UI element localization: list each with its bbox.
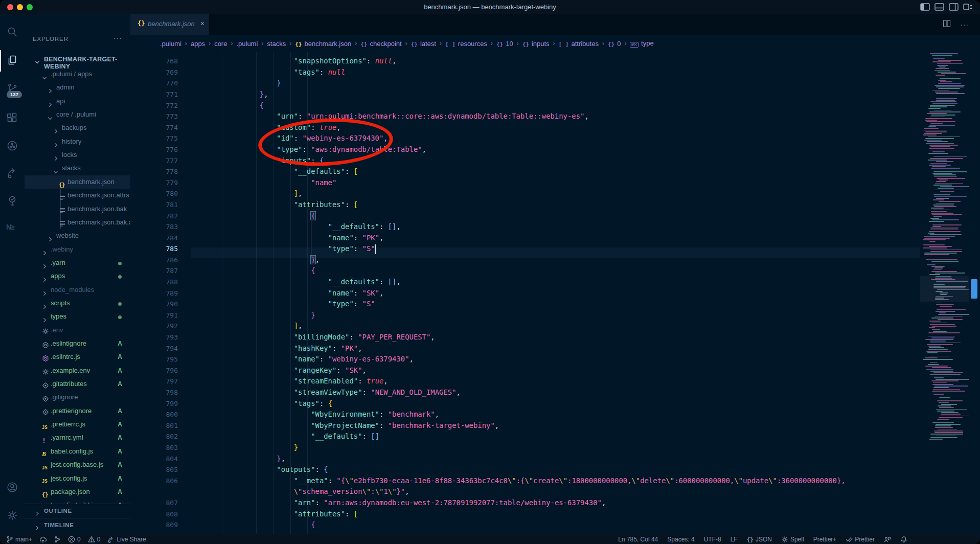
tab-benchmark-json[interactable]: {} benchmark.json × xyxy=(130,14,209,35)
breadcrumb-item-0[interactable]: {}0 xyxy=(608,40,621,48)
file-item-.eslintignore[interactable]: .eslintignoreA xyxy=(25,337,130,350)
folder-item-scripts[interactable]: scripts xyxy=(25,297,130,310)
file-item-jest.config.base.js[interactable]: JSjest.config.base.jsA xyxy=(25,458,130,471)
status-item-live-share[interactable]: Live Share xyxy=(107,536,146,543)
toggle-secondary-sidebar-icon[interactable] xyxy=(949,3,959,11)
breadcrumb-item-benchmark.json[interactable]: {}benchmark.json xyxy=(295,40,351,48)
code-editor[interactable]: 768 "snapshotOptions": null,769 "tags": … xyxy=(130,52,920,534)
file-item-benchmark.json.bak[interactable]: benchmark.json.bak xyxy=(25,202,130,216)
close-tab-icon[interactable]: × xyxy=(200,19,204,28)
file-item-jest.config.js[interactable]: JSjest.config.jsA xyxy=(25,472,130,485)
status-item-cloud-upload[interactable] xyxy=(39,536,47,543)
timeline-label: TIMELINE xyxy=(44,522,74,528)
customize-layout-icon[interactable] xyxy=(963,3,973,11)
folder-item-locks[interactable]: locks xyxy=(25,148,130,162)
breadcrumb-item-.pulumi[interactable]: .pulumi xyxy=(160,40,181,48)
live-share-icon[interactable] xyxy=(6,167,18,179)
status-item-spell[interactable]: Spell xyxy=(781,536,804,543)
status-item-feedback[interactable] xyxy=(884,536,891,543)
breadcrumb-item-type[interactable]: abctype xyxy=(630,39,653,48)
status-item-ln-785-col-44[interactable]: Ln 785, Col 44 xyxy=(618,536,658,543)
code-line-789: 789 "name": "SK", xyxy=(130,288,920,299)
minimap-slider[interactable] xyxy=(920,276,969,302)
folder-item-.pulumi-apps[interactable]: .pulumi / apps xyxy=(25,67,130,81)
check-double-icon xyxy=(846,536,853,543)
nx-icon[interactable]: N≥ xyxy=(6,222,18,235)
explorer-actions-button[interactable]: ··· xyxy=(113,34,122,42)
status-item-0[interactable]: 0 xyxy=(68,536,81,543)
file-item-babel.config.js[interactable]: Bbabel.config.jsA xyxy=(25,445,130,458)
folder-item-.yarn[interactable]: .yarn xyxy=(25,256,130,269)
folder-item-stacks[interactable]: stacks xyxy=(25,162,130,175)
status-item-prettier[interactable]: Prettier xyxy=(846,536,875,543)
status-item-bell[interactable] xyxy=(900,536,907,543)
folder-item-website[interactable]: website xyxy=(25,229,130,242)
status-item-json[interactable]: {}JSON xyxy=(747,536,772,543)
breadcrumb-item-core[interactable]: core xyxy=(214,40,227,48)
folder-item-history[interactable]: history xyxy=(25,135,130,148)
breadcrumb-item-resources[interactable]: [ ]resources xyxy=(445,40,487,48)
status-item-lf[interactable]: LF xyxy=(731,536,738,543)
breadcrumb-separator: › xyxy=(405,40,407,47)
file-item-benchmark.json.attrs[interactable]: benchmark.json.attrs xyxy=(25,189,130,202)
settings-gear-icon[interactable] xyxy=(6,509,18,522)
code-line-786: 786 }, xyxy=(130,255,920,266)
file-item-.gitignore[interactable]: .gitignore xyxy=(25,391,130,404)
timeline-section-header[interactable]: TIMELINE xyxy=(25,518,130,533)
file-item-.prettierignore[interactable]: .prettierignoreA xyxy=(25,404,130,418)
file-item-.prettierrc.js[interactable]: JS.prettierrc.jsA xyxy=(25,418,130,431)
item-label: api xyxy=(56,95,65,108)
extensions-icon[interactable] xyxy=(6,111,18,124)
file-item-benchmark.json.bak.attrs[interactable]: benchmark.json.bak.attrs xyxy=(25,216,130,229)
more-actions-icon[interactable]: ··· xyxy=(960,20,969,29)
outline-section-header[interactable]: OUTLINE xyxy=(25,504,130,518)
minimap-line xyxy=(932,103,958,104)
file-item-benchmark.json[interactable]: {}benchmark.json xyxy=(25,175,130,189)
testing-icon[interactable] xyxy=(6,195,18,207)
folder-item-types[interactable]: types xyxy=(25,310,130,323)
folder-item-api[interactable]: api xyxy=(25,95,130,108)
breadcrumb-item-latest[interactable]: {}latest xyxy=(411,40,436,48)
file-item-.example.env[interactable]: .example.envA xyxy=(25,364,130,377)
minimap-line xyxy=(940,186,969,187)
folder-item-apps[interactable]: apps xyxy=(25,269,130,283)
breadcrumb-item-checkpoint[interactable]: {}checkpoint xyxy=(360,40,401,48)
search-icon[interactable] xyxy=(6,26,18,38)
scrollbar-thumb[interactable] xyxy=(971,279,977,299)
breadcrumb-item-10[interactable]: {}10 xyxy=(496,40,513,48)
folder-item-.webiny[interactable]: .webiny xyxy=(25,243,130,256)
status-item-main+[interactable]: main+ xyxy=(6,536,32,543)
breadcrumb[interactable]: .pulumi›apps›core›.pulumi›stacks›{}bench… xyxy=(160,35,654,52)
file-item-.yarnrc.yml[interactable]: !.yarnrc.ymlA xyxy=(25,431,130,444)
folder-item-core-.pulumi[interactable]: core / .pulumi xyxy=(25,108,130,121)
toggle-sidebar-icon[interactable] xyxy=(920,3,930,11)
folder-item-admin[interactable]: admin xyxy=(25,81,130,94)
run-circle-icon[interactable] xyxy=(6,140,18,152)
tree-root-folder[interactable]: BENCHMARK-TARGET-WEBINY xyxy=(25,53,130,66)
file-item-.env[interactable]: .env xyxy=(25,324,130,337)
status-item-0[interactable]: 0 xyxy=(88,536,101,543)
line-number: 787 xyxy=(130,265,178,277)
minimap[interactable] xyxy=(920,52,969,444)
breadcrumb-item-inputs[interactable]: {}inputs xyxy=(522,40,550,48)
folder-item-backups[interactable]: backups xyxy=(25,121,130,134)
file-item-.gitattributes[interactable]: .gitattributesA xyxy=(25,377,130,391)
account-icon[interactable] xyxy=(6,481,18,493)
breadcrumb-item-attributes[interactable]: [ ]attributes xyxy=(559,40,599,48)
file-item-package.json[interactable]: {}package.jsonA xyxy=(25,485,130,498)
list-file-icon xyxy=(59,218,66,226)
folder-item-node-modules[interactable]: node_modules xyxy=(25,283,130,297)
status-item-prettier+[interactable]: Prettier+ xyxy=(813,536,837,543)
file-item-.eslintrc.js[interactable]: .eslintrc.jsA xyxy=(25,350,130,364)
minimap-line xyxy=(935,70,950,71)
files-icon[interactable] xyxy=(6,54,18,66)
split-editor-icon[interactable] xyxy=(943,19,951,30)
minimap-line xyxy=(930,250,962,251)
status-item-utf-8[interactable]: UTF-8 xyxy=(704,536,721,543)
status-item-spaces-4[interactable]: Spaces: 4 xyxy=(667,536,694,543)
breadcrumb-item-.pulumi[interactable]: .pulumi xyxy=(236,40,258,48)
toggle-panel-icon[interactable] xyxy=(935,3,944,11)
breadcrumb-item-apps[interactable]: apps xyxy=(191,40,205,48)
status-item-layers[interactable] xyxy=(54,536,61,543)
breadcrumb-item-stacks[interactable]: stacks xyxy=(267,40,286,48)
